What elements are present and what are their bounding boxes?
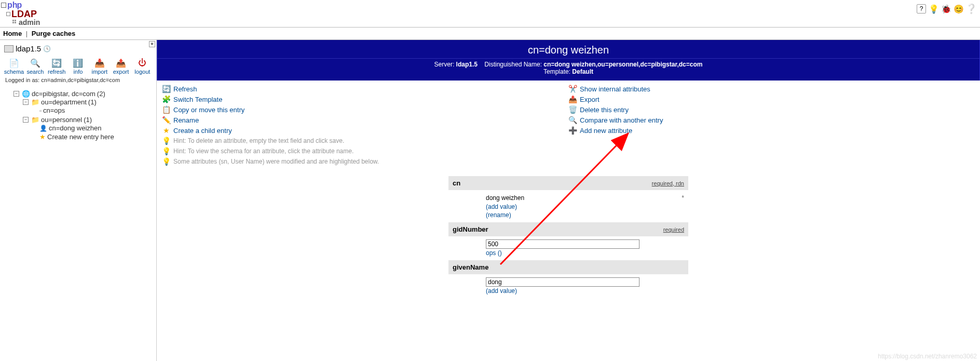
server-name: ldap1.5 [16,44,41,53]
rename-icon: ✏️ [162,116,170,124]
copy-icon: 📋 [162,105,170,114]
help-icon[interactable]: ? [917,4,926,14]
givenname-input[interactable] [486,277,639,287]
tree-collapse-icon[interactable]: − [13,91,19,97]
refresh-icon: 🔄 [162,85,170,93]
attr-header-gidnumber: gidNumber required [448,222,688,236]
support-icon[interactable]: ❔ [967,4,976,14]
clock-icon: 🕓 [43,45,51,52]
smile-icon[interactable]: 😊 [954,4,963,14]
panel-expand-icon[interactable]: + [149,41,155,47]
action-compare[interactable]: Compare with another entry [580,116,663,124]
action-create-child[interactable]: Create a child entry [173,127,232,135]
template-icon: 🧩 [162,95,170,103]
toolbar-info[interactable]: ℹ️info [68,58,88,75]
app-logo: pphphp LDAP admin [1,1,40,26]
bug-icon[interactable]: 🐞 [942,4,951,14]
person-icon: 👤 [39,125,47,132]
star-icon: ★ [162,126,170,135]
server-heading: ldap1.5 🕓 [0,40,156,56]
attr-name-gidnumber[interactable]: gidNumber [453,225,488,233]
toolbar-refresh[interactable]: 🔄refresh [47,58,66,75]
toolbar-import[interactable]: 📥import [90,58,110,75]
action-switch-template[interactable]: Switch Template [173,96,222,103]
ldap-tree: − 🌐 dc=pibigstar, dc=com (2) − 📁 ou=depa… [0,87,156,142]
action-refresh[interactable]: Refresh [173,85,197,93]
gidnumber-input[interactable] [486,239,639,249]
menu-purge-caches[interactable]: Purge caches [32,30,76,37]
add-icon: ➕ [568,126,577,135]
folder-icon: 📁 [31,98,39,106]
server-icon [4,45,13,52]
bulb-icon[interactable]: 💡 [929,4,938,14]
leaf-icon: ▫ [39,108,42,114]
right-panel: cn=dong weizhen Server: ldap1.5 Distingu… [157,40,980,361]
header-icon-bar: ? 💡 🐞 😊 ❔ [917,1,976,14]
entry-title: cn=dong weizhen [157,43,979,59]
bulb-icon: 💡 [162,157,170,166]
toolbar-logout[interactable]: ⏻logout [132,58,152,75]
tree-collapse-icon[interactable]: − [23,99,29,105]
entry-header: cn=dong weizhen Server: ldap1.5 Distingu… [157,40,980,81]
export-icon: 📤 [568,95,577,103]
left-toolbar: 📄schema 🔍search 🔄refresh ℹ️info 📥import … [0,56,156,77]
givenname-add-value[interactable]: (add value) [486,287,517,295]
action-add-attribute[interactable]: Add new attribute [580,127,632,135]
toolbar-schema[interactable]: 📄schema [4,58,24,75]
hint-delete: Hint: To delete an attribute, empty the … [173,137,344,144]
toolbar-search[interactable]: 🔍search [25,58,45,75]
action-show-internal[interactable]: Show internal attributes [580,85,650,93]
attr-header-cn: cn required, rdn [448,176,688,190]
tree-root[interactable]: dc=pibigstar, dc=com [32,90,96,98]
compare-icon: 🔍 [568,116,577,124]
tree-root-count: (2) [97,90,105,98]
gid-ops-link[interactable]: ops () [486,249,502,257]
toolbar-export[interactable]: 📤export [111,58,131,75]
actions-left-column: 🔄Refresh 🧩Switch Template 📋Copy or move … [162,84,568,167]
attr-cn-value: dong weizhen [486,194,524,202]
menu-home[interactable]: Home [3,30,22,37]
action-copy-move[interactable]: Copy or move this entry [173,106,244,114]
tree-ops[interactable]: cn=ops [43,106,65,114]
bulb-icon: 💡 [162,137,170,145]
cn-rename[interactable]: (rename) [486,211,511,219]
action-rename[interactable]: Rename [173,116,199,124]
folder-icon: 📁 [31,116,39,124]
hint-modified: Some attributes (sn, User Name) were mod… [173,158,379,165]
action-export[interactable]: Export [580,96,600,103]
bulb-icon: 💡 [162,147,170,155]
watermark: https://blog.csdn.net/zhanremo3062 [878,353,977,360]
star-icon: ★ [39,133,46,141]
hint-schema: Hint: To view the schema for an attribut… [173,148,353,155]
tree-personnel[interactable]: ou=personnel [41,116,82,124]
attributes-table: cn required, rdn dong weizhen * (add val… [448,176,688,298]
tree-department[interactable]: ou=department [41,98,87,106]
tree-create-new-entry[interactable]: Create new entry here [47,133,114,141]
required-asterisk: * [682,194,684,202]
action-delete-entry[interactable]: Delete this entry [580,106,629,114]
attr-name-cn[interactable]: cn [453,179,460,187]
logged-in-as: Logged in as: cn=admin,dc=pibigstar,dc=c… [0,77,156,87]
actions-right-column: ✂️Show internal attributes 📤Export 🗑️Del… [568,84,975,167]
attr-header-givenname: givenName [448,260,688,274]
attr-name-givenname[interactable]: givenName [453,263,488,271]
tree-collapse-icon[interactable]: − [23,117,29,123]
tree-dong-weizhen[interactable]: cn=dong weizhen [49,124,102,132]
tools-icon: ✂️ [568,85,577,93]
trash-icon: 🗑️ [568,105,577,114]
cn-add-value[interactable]: (add value) [486,203,517,210]
menu-bar: Home | Purge caches [0,27,980,40]
app-header: pphphp LDAP admin ? 💡 🐞 😊 ❔ [0,0,980,26]
left-panel: + ldap1.5 🕓 📄schema 🔍search 🔄refresh ℹ️i… [0,40,157,361]
globe-icon: 🌐 [22,90,30,98]
